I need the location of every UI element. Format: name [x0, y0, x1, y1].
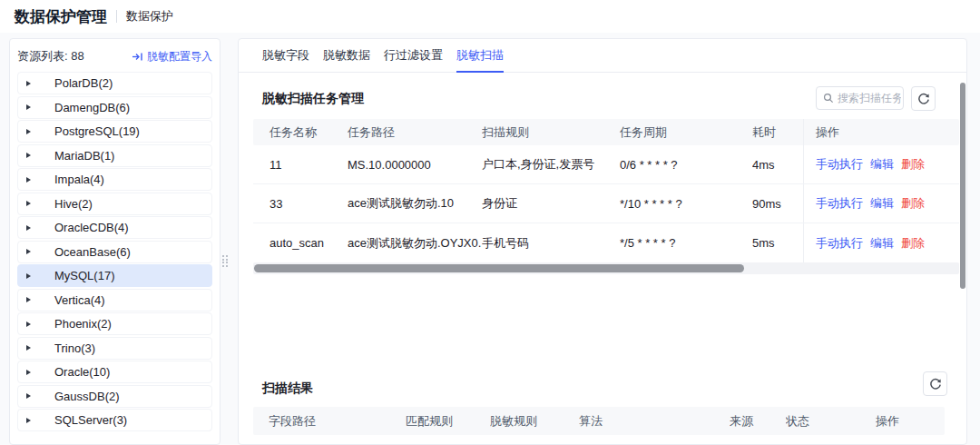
tree-item-label: Trino(3) [54, 341, 95, 355]
edit-link[interactable]: 编辑 [870, 156, 894, 173]
cell-scan-rules: 手机号码 [482, 235, 620, 252]
col-match-rule: 匹配规则 [406, 413, 490, 430]
caret-right-icon [26, 345, 31, 351]
scan-task-section-title: 脱敏扫描任务管理 [262, 91, 364, 107]
page-header: 数据保护管理 数据保护 [0, 0, 980, 33]
sidebar-item-polardb[interactable]: PolarDB(2) [17, 72, 212, 94]
tab-row-filter-settings[interactable]: 行过滤设置 [384, 39, 443, 73]
task-refresh-button[interactable] [911, 86, 936, 111]
cell-task-cycle: */10 * * * * ? [620, 197, 752, 211]
caret-right-icon [26, 104, 31, 110]
caret-right-icon [26, 81, 31, 86]
cell-duration: 90ms [752, 197, 803, 211]
col-task-cycle: 任务周期 [620, 124, 752, 141]
main-panel: 脱敏字段 脱敏数据 行过滤设置 脱敏扫描 脱敏扫描任务管理 任务名称 任务路径 … [238, 38, 967, 445]
tab-masking-data[interactable]: 脱敏数据 [323, 39, 370, 73]
resource-count-label: 资源列表: 88 [17, 48, 84, 64]
cell-task-cycle: 0/6 * * * * ? [620, 158, 752, 172]
caret-right-icon [26, 129, 31, 134]
scan-task-table-header: 任务名称 任务路径 扫描规则 任务周期 耗时 操作 [253, 119, 959, 145]
sidebar-item-phoenix[interactable]: Phoenix(2) [17, 312, 212, 335]
caret-right-icon [26, 418, 31, 423]
tree-item-label: GaussDB(2) [54, 390, 120, 403]
breadcrumb: 数据保护 [126, 8, 173, 25]
masking-config-import-link[interactable]: 脱敏配置导入 [132, 49, 212, 64]
cell-task-path: MS.10.0000000 [348, 158, 482, 172]
resource-tree: PolarDB(2) DamengDB(6) PostgreSQL(19) Ma… [10, 72, 220, 431]
caret-right-icon [26, 201, 31, 206]
sidebar-item-oracle[interactable]: Oracle(10) [17, 361, 212, 383]
tab-masking-scan[interactable]: 脱敏扫描 [456, 39, 504, 73]
cell-duration: 4ms [752, 158, 803, 172]
scan-task-table: 任务名称 任务路径 扫描规则 任务周期 耗时 操作 11 MS.10.00000… [253, 119, 959, 262]
sidebar-item-damengdb[interactable]: DamengDB(6) [17, 96, 212, 119]
sidebar-item-mysql[interactable]: MySQL(17) [17, 264, 212, 287]
manual-run-link[interactable]: 手动执行 [816, 195, 863, 212]
edit-link[interactable]: 编辑 [870, 235, 894, 252]
scan-result-section-title: 扫描结果 [262, 381, 313, 397]
sidebar-item-vertica[interactable]: Vertica(4) [17, 289, 212, 312]
tree-item-label: OceanBase(6) [54, 245, 131, 259]
manual-run-link[interactable]: 手动执行 [816, 235, 863, 252]
sidebar-item-impala[interactable]: Impala(4) [17, 168, 212, 191]
tab-masking-fields[interactable]: 脱敏字段 [262, 39, 309, 73]
tree-item-label: Oracle(10) [54, 365, 110, 379]
cell-duration: 5ms [752, 236, 803, 250]
edit-link[interactable]: 编辑 [870, 195, 894, 212]
search-icon [823, 93, 834, 104]
result-refresh-button[interactable] [923, 371, 947, 396]
sidebar-header: 资源列表: 88 脱敏配置导入 [10, 47, 220, 65]
sidebar-item-oceanbase[interactable]: OceanBase(6) [17, 241, 212, 263]
cell-task-name: 11 [253, 158, 348, 172]
sidebar-item-sqlserver[interactable]: SQLServer(3) [17, 409, 212, 431]
delete-link[interactable]: 删除 [901, 156, 925, 173]
sidebar-item-gaussdb[interactable]: GaussDB(2) [17, 385, 212, 408]
page-title: 数据保护管理 [15, 6, 107, 27]
import-link-label: 脱敏配置导入 [147, 49, 212, 64]
caret-right-icon [26, 153, 31, 158]
sidebar-item-mariadb[interactable]: MariaDB(1) [17, 144, 212, 167]
col-operations: 操作 [876, 413, 945, 430]
tree-item-label: MariaDB(1) [54, 149, 114, 163]
tree-item-label: Hive(2) [54, 197, 93, 211]
tree-item-label: Vertica(4) [54, 293, 105, 307]
col-duration: 耗时 [752, 124, 803, 141]
cell-task-path: ace测试脱敏勿动.OYJX0... [348, 235, 482, 252]
col-source: 来源 [730, 413, 786, 430]
delete-link[interactable]: 删除 [901, 195, 925, 212]
import-icon [132, 52, 143, 62]
cell-task-path: ace测试脱敏勿动.10 [348, 195, 482, 212]
caret-right-icon [26, 321, 31, 327]
caret-right-icon [26, 297, 31, 302]
table-row: auto_scan ace测试脱敏勿动.OYJX0... 手机号码 */5 * … [253, 223, 959, 262]
cell-scan-rules: 户口本,身份证,发票号 [482, 156, 620, 173]
scan-result-table-header: 字段路径 匹配规则 脱敏规则 算法 来源 状态 操作 [253, 407, 945, 435]
caret-right-icon [26, 273, 31, 279]
refresh-icon [917, 93, 930, 105]
col-masking-rule: 脱敏规则 [490, 413, 579, 430]
panel-resize-handle[interactable] [222, 255, 230, 268]
caret-right-icon [26, 177, 31, 183]
sidebar-item-oraclecdb[interactable]: OracleCDB(4) [17, 216, 212, 239]
tree-item-label: PolarDB(2) [54, 76, 113, 90]
tree-item-label: OracleCDB(4) [54, 221, 129, 234]
resource-sidebar: 资源列表: 88 脱敏配置导入 PolarDB(2) DamengDB(6) P… [9, 38, 220, 445]
col-scan-rules: 扫描规则 [482, 124, 620, 141]
cell-task-name: auto_scan [253, 236, 348, 250]
manual-run-link[interactable]: 手动执行 [816, 156, 863, 173]
search-input[interactable] [838, 92, 901, 104]
tree-item-label: Phoenix(2) [54, 317, 112, 331]
caret-right-icon [26, 249, 31, 254]
cell-task-name: 33 [253, 197, 348, 211]
tree-item-label: Impala(4) [54, 173, 104, 186]
cell-task-cycle: */5 * * * * ? [620, 236, 752, 250]
sidebar-item-trino[interactable]: Trino(3) [17, 337, 212, 360]
delete-link[interactable]: 删除 [901, 235, 925, 252]
sidebar-item-hive[interactable]: Hive(2) [17, 193, 212, 215]
caret-right-icon [26, 370, 31, 375]
vertical-scrollbar-thumb[interactable] [960, 83, 965, 289]
horizontal-scrollbar-thumb[interactable] [254, 264, 744, 272]
sidebar-item-postgresql[interactable]: PostgreSQL(19) [17, 120, 212, 143]
col-task-name: 任务名称 [253, 124, 348, 141]
refresh-icon [929, 378, 942, 391]
